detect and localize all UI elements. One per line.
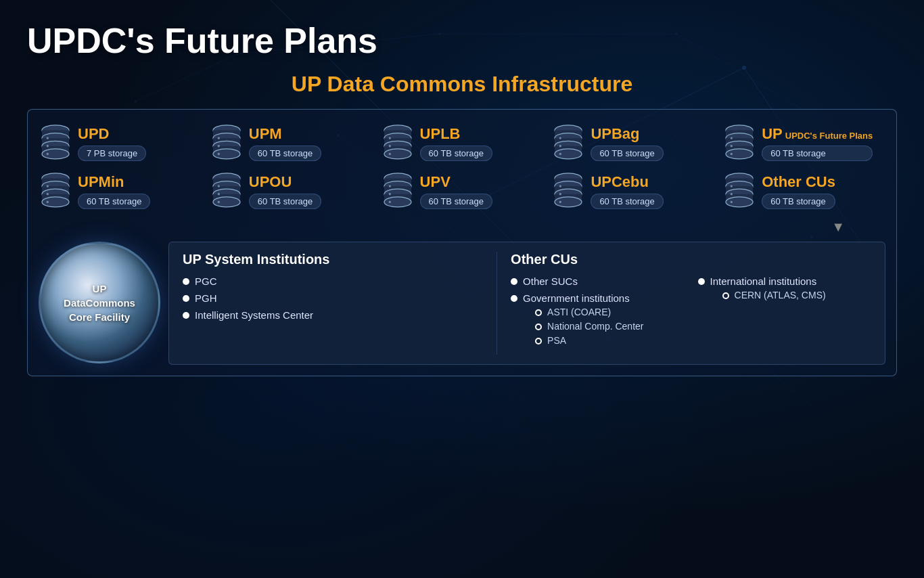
gov-inst-with-subs: Government institutions ASTI (COARE) — [523, 292, 643, 349]
storage-upm: 60 TB storage — [249, 146, 321, 161]
inst-name-system: UPDC's Future Plans — [785, 131, 873, 141]
svg-point-97 — [384, 197, 411, 207]
inst-info-upmin: UPMin 60 TB storage — [78, 173, 150, 209]
svg-point-79 — [47, 193, 49, 195]
svg-point-98 — [388, 185, 390, 187]
db-icon-upv — [381, 171, 415, 211]
up-system-title: UP System Institutions — [183, 252, 483, 267]
institutions-row-2: UPMin 60 TB storage — [39, 171, 885, 211]
inst-info-upbag: UPBag 60 TB storage — [591, 125, 663, 161]
list-item-pgh: PGH — [183, 292, 483, 304]
info-panel: UP System Institutions PGC PGH Intell — [168, 242, 885, 365]
institution-upou: UPOU 60 TB storage — [210, 171, 373, 211]
inst-info-upou: UPOU 60 TB storage — [249, 173, 321, 209]
svg-point-38 — [217, 137, 219, 139]
svg-point-88 — [217, 185, 219, 187]
page-title: UPDC's Future Plans — [27, 20, 897, 61]
list-item-other-sucs: Other SUCs — [511, 275, 684, 287]
svg-point-77 — [42, 197, 69, 207]
svg-point-67 — [726, 149, 753, 159]
list-item-pgc: PGC — [183, 275, 483, 287]
bullet-pgc — [183, 278, 189, 285]
storage-upd: 7 PB storage — [78, 146, 146, 161]
institution-other-cus: Other CUs 60 TB storage — [722, 171, 885, 211]
bullet-open-asti — [535, 309, 542, 316]
inst-info-upcebu: UPCebu 60 TB storage — [591, 173, 663, 209]
arrow-down-indicator: ▼ — [39, 219, 885, 235]
svg-point-117 — [726, 197, 753, 207]
svg-point-60 — [559, 153, 561, 155]
svg-point-37 — [213, 149, 240, 159]
svg-point-40 — [217, 153, 219, 155]
svg-point-118 — [731, 185, 733, 187]
other-cus-column: Other CUs Other SUCs — [497, 252, 871, 355]
inst-name-uplb: UPLB — [420, 125, 492, 143]
inst-info-up-system: UP UPDC's Future Plans 60 TB storage — [762, 125, 873, 161]
storage-up-system: 60 TB storage — [762, 146, 873, 161]
svg-point-49 — [388, 145, 390, 147]
up-system-list: PGC PGH Intelligent Systems Center — [183, 275, 483, 321]
bullet-open-cern — [722, 292, 729, 299]
svg-point-57 — [555, 149, 582, 159]
bullet-intl-inst — [698, 278, 705, 285]
bullet-open-natcomp — [535, 324, 542, 330]
list-item-gov-inst: Government institutions ASTI (COARE) — [511, 292, 684, 349]
list-item-isc: Intelligent Systems Center — [183, 309, 483, 321]
bottom-section: UPDataCommonsCore Facility UP System Ins… — [39, 242, 885, 365]
svg-point-30 — [47, 153, 49, 155]
main-content: UPDC's Future Plans UP Data Commons Infr… — [0, 0, 924, 390]
svg-point-108 — [559, 185, 561, 187]
storage-upcebu: 60 TB storage — [591, 194, 663, 209]
svg-point-119 — [731, 193, 733, 195]
core-facility-label: UPDataCommonsCore Facility — [64, 282, 135, 324]
inst-name-upd: UPD — [78, 125, 146, 143]
intl-with-subs: International institutions CERN (ATLAS, … — [710, 275, 826, 304]
other-cus-title: Other CUs — [511, 252, 871, 267]
db-icon-other-cus — [722, 171, 756, 211]
db-icon-upd — [39, 123, 72, 163]
svg-point-80 — [47, 201, 49, 203]
svg-point-89 — [217, 193, 219, 195]
svg-point-28 — [47, 137, 49, 139]
inst-info-upv: UPV 60 TB storage — [420, 173, 492, 209]
svg-point-78 — [47, 185, 49, 187]
core-facility-circle: UPDataCommonsCore Facility — [39, 242, 160, 363]
storage-upbag: 60 TB storage — [591, 146, 663, 161]
storage-upou: 60 TB storage — [249, 194, 321, 209]
svg-point-99 — [388, 193, 390, 195]
list-item-psa: PSA — [535, 335, 643, 346]
up-system-column: UP System Institutions PGC PGH Intell — [183, 252, 497, 355]
svg-point-27 — [42, 149, 69, 159]
institution-upcebu: UPCebu 60 TB storage — [551, 171, 714, 211]
svg-point-109 — [559, 193, 561, 195]
gov-sub-list: ASTI (COARE) National Comp. Center — [535, 307, 643, 346]
svg-point-90 — [217, 201, 219, 203]
db-icon-upbag — [551, 123, 585, 163]
db-icon-upcebu — [551, 171, 585, 211]
list-item-natcomp: National Comp. Center — [535, 321, 643, 332]
storage-other-cus: 60 TB storage — [762, 194, 835, 209]
list-item-intl-inst: International institutions CERN (ATLAS, … — [698, 275, 871, 304]
institutions-row-1: UPD 7 PB storage — [39, 123, 885, 163]
svg-point-58 — [559, 137, 561, 139]
svg-point-68 — [731, 137, 733, 139]
inst-name-upmin: UPMin — [78, 173, 150, 191]
inst-info-uplb: UPLB 60 TB storage — [420, 125, 492, 161]
storage-upv: 60 TB storage — [420, 194, 492, 209]
db-icon-uplb — [381, 123, 415, 163]
storage-upmin: 60 TB storage — [78, 194, 150, 209]
other-cus-col2: International institutions CERN (ATLAS, … — [698, 275, 871, 355]
svg-point-107 — [555, 197, 582, 207]
institution-upbag: UPBag 60 TB storage — [551, 123, 714, 163]
inst-name-upcebu: UPCebu — [591, 173, 663, 191]
inst-name-upv: UPV — [420, 173, 492, 191]
inst-name-up-main: UP — [762, 125, 783, 143]
svg-point-59 — [559, 145, 561, 147]
svg-point-39 — [217, 145, 219, 147]
svg-point-110 — [559, 201, 561, 203]
bullet-pgh — [183, 295, 189, 302]
subtitle: UP Data Commons Infrastructure — [27, 72, 897, 97]
list-item-cern: CERN (ATLAS, CMS) — [722, 290, 826, 301]
inst-name-other-cus: Other CUs — [762, 173, 835, 191]
bullet-isc — [183, 312, 189, 319]
